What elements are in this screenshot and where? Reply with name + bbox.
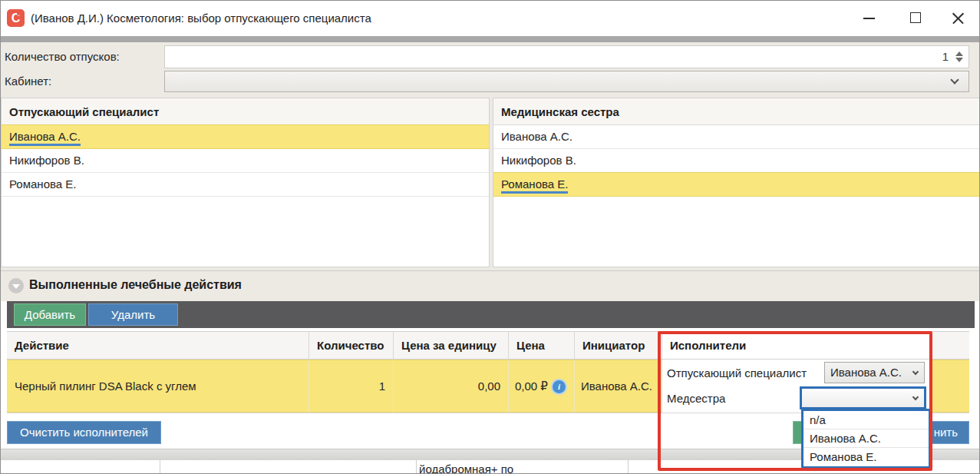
collapse-section-icon[interactable] — [8, 278, 24, 293]
background-row-text: йодабромная+ по — [419, 461, 513, 474]
chevron-down-icon — [912, 369, 919, 375]
quantity-value: 1 — [942, 46, 949, 68]
spinner-up-icon[interactable] — [955, 51, 963, 56]
cell-executors: Отпускающий специалист Иванова А.С. Медс… — [662, 360, 931, 413]
cabinet-label: Кабинет: — [5, 70, 51, 93]
clear-executors-button[interactable]: Очистить исполнителей — [7, 421, 161, 444]
dropdown-option[interactable]: Иванова А.С. — [803, 429, 929, 448]
section-title: Выполненные лечебные действия — [29, 278, 242, 292]
column-header-action[interactable]: Действие — [7, 332, 309, 359]
specialist-list-panel: Отпускающий специалист Иванова А.С. Ники… — [1, 98, 490, 267]
nurse-list-header: Медицинская сестра — [493, 98, 980, 125]
section-divider — [1, 270, 979, 271]
table-row[interactable]: Черный пилинг DSA Black с углем 1 0,00 0… — [7, 360, 969, 413]
nurse-dropdown-popup: n/a Иванова А.С. Романова Е. — [801, 409, 931, 469]
dropdown-option[interactable]: Романова Е. — [803, 448, 929, 466]
close-button[interactable] — [940, 1, 975, 36]
title-separator-strip — [1, 36, 979, 42]
executor-specialist-select[interactable]: Иванова А.С. — [824, 362, 925, 383]
spinner-down-icon[interactable] — [955, 58, 963, 62]
column-header-initiator[interactable]: Инициатор — [575, 332, 662, 359]
cell-price: 0,00 ₽ — [515, 380, 548, 393]
maximize-button[interactable] — [897, 1, 932, 36]
column-header-empty — [931, 332, 969, 359]
table-header: Действие Количество Цена за единицу Цена… — [7, 331, 969, 360]
minimize-icon — [863, 18, 875, 19]
column-header-quantity[interactable]: Количество — [309, 332, 394, 359]
specialist-item[interactable]: Иванова А.С. — [2, 124, 489, 149]
cell-quantity: 1 — [379, 360, 385, 413]
maximize-icon — [910, 12, 921, 23]
executor-specialist-label: Отпускающий специалист — [667, 362, 807, 384]
delete-button[interactable]: Удалить — [88, 303, 178, 326]
executor-nurse-label: Медсестра — [667, 387, 725, 409]
dropdown-option[interactable]: n/a — [803, 411, 929, 429]
nurse-list-panel: Медицинская сестра Иванова А.С. Никифоро… — [493, 98, 980, 267]
specialist-item[interactable]: Романова Е. — [2, 173, 489, 197]
quantity-label: Количество отпусков: — [5, 45, 120, 68]
cabinet-select[interactable] — [164, 71, 969, 92]
quantity-input[interactable]: 1 — [164, 45, 969, 68]
cell-empty — [931, 360, 969, 413]
title-bar: C (Иванов Д.И.) Косметология: выбор отпу… — [1, 1, 979, 36]
chevron-down-icon — [950, 75, 959, 84]
column-header-price[interactable]: Цена — [509, 332, 575, 359]
executor-nurse-select[interactable] — [800, 386, 926, 409]
actions-toolbar: Добавить Удалить — [7, 301, 975, 328]
nurse-item[interactable]: Никифоров В. — [493, 149, 980, 173]
cell-unit-price: 0,00 — [478, 360, 500, 413]
specialist-list-header: Отпускающий специалист — [2, 98, 489, 125]
window-title: (Иванов Д.И.) Косметология: выбор отпуск… — [31, 1, 371, 36]
column-header-unit-price[interactable]: Цена за единицу — [394, 332, 509, 359]
add-button[interactable]: Добавить — [14, 303, 86, 326]
info-icon[interactable] — [553, 380, 566, 393]
column-header-executors[interactable]: Исполнители — [662, 332, 931, 359]
app-window: C (Иванов Д.И.) Косметология: выбор отпу… — [0, 0, 980, 474]
cell-initiator: Иванова А.С. — [581, 360, 652, 413]
cell-action: Черный пилинг DSA Black с углем — [15, 360, 196, 413]
minimize-button[interactable] — [851, 1, 886, 36]
app-logo-icon: C — [7, 9, 25, 27]
chevron-down-icon — [912, 394, 919, 400]
specialist-item[interactable]: Никифоров В. — [2, 149, 489, 173]
nurse-item[interactable]: Иванова А.С. — [493, 125, 980, 149]
nurse-item[interactable]: Романова Е. — [493, 172, 980, 197]
